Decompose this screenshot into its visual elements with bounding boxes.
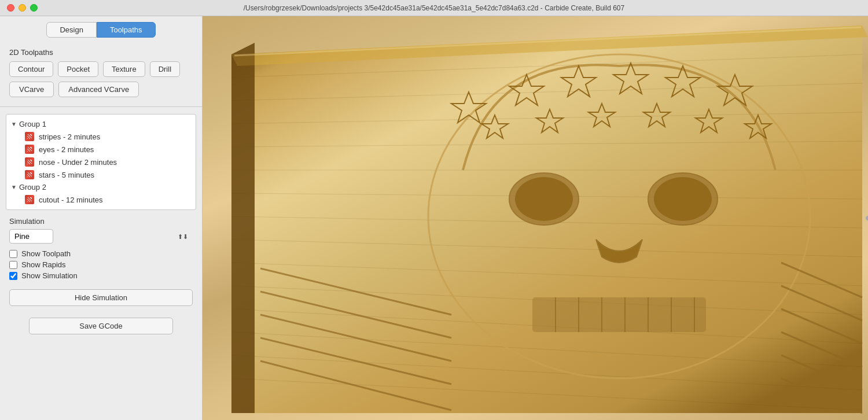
vcarve-button[interactable]: VCarve [9, 82, 54, 97]
group-2-label: Group 2 [19, 183, 46, 191]
advanced-vcarve-button[interactable]: Advanced VCarve [58, 82, 139, 97]
show-toolpath-checkbox[interactable] [9, 250, 17, 258]
svg-marker-53 [231, 43, 255, 413]
groups-tree: ▼ Group 1 stripes - 2 minutes eyes - 2 m… [6, 114, 196, 210]
svg-point-21 [654, 177, 712, 221]
cutout-icon [25, 195, 34, 204]
eyes-label: eyes - 2 minutes [39, 145, 94, 154]
show-toolpath-row: Show Toolpath [9, 248, 193, 259]
show-rapids-label[interactable]: Show Rapids [21, 260, 66, 269]
material-select[interactable]: Pine Oak Walnut MDF Aluminum [9, 229, 53, 244]
show-simulation-checkbox[interactable] [9, 272, 17, 280]
material-select-row: Pine Oak Walnut MDF Aluminum ⬆⬇ [9, 229, 193, 244]
svg-rect-22 [532, 297, 706, 332]
maximize-button[interactable] [30, 4, 38, 12]
canvas-area [203, 16, 868, 420]
group-1-item-stars[interactable]: stars - 5 minutes [6, 168, 196, 181]
show-simulation-row: Show Simulation [9, 270, 193, 281]
group-1-item-nose[interactable]: nose - Under 2 minutes [6, 156, 196, 168]
hide-simulation-button[interactable]: Hide Simulation [9, 289, 193, 306]
group-1-header[interactable]: ▼ Group 1 [6, 118, 196, 130]
group-1-label: Group 1 [19, 120, 46, 128]
nose-icon [25, 157, 34, 167]
tab-design[interactable]: Design [46, 22, 96, 38]
group-2-header[interactable]: ▼ Group 2 [6, 181, 196, 193]
toolpath-buttons-row1: Contour Pocket Texture Drill [0, 59, 202, 79]
stars-label: stars - 5 minutes [39, 171, 94, 179]
show-rapids-row: Show Rapids [9, 259, 193, 270]
stars-icon [25, 170, 34, 179]
resize-handle[interactable] [866, 216, 868, 220]
simulation-label: Simulation [9, 217, 193, 226]
simulation-section: Simulation Pine Oak Walnut MDF Aluminum … [0, 212, 202, 283]
pocket-button[interactable]: Pocket [58, 61, 98, 77]
show-rapids-checkbox[interactable] [9, 261, 17, 269]
cutout-label: cutout - 12 minutes [39, 196, 103, 204]
sidebar: Design Toolpaths 2D Toolpaths Contour Po… [0, 16, 203, 420]
drill-button[interactable]: Drill [150, 61, 180, 77]
close-button[interactable] [7, 4, 14, 12]
show-toolpath-label[interactable]: Show Toolpath [21, 249, 71, 258]
tab-bar: Design Toolpaths [0, 16, 202, 43]
select-arrow-icon: ⬆⬇ [178, 233, 188, 240]
eyes-icon [25, 145, 34, 154]
tab-toolpaths[interactable]: Toolpaths [97, 22, 156, 38]
2d-toolpaths-label: 2D Toolpaths [0, 43, 202, 59]
stripes-label: stripes - 2 minutes [39, 132, 100, 141]
contour-button[interactable]: Contour [9, 61, 53, 77]
texture-button[interactable]: Texture [103, 61, 145, 77]
minimize-button[interactable] [19, 4, 26, 12]
material-select-wrapper: Pine Oak Walnut MDF Aluminum ⬆⬇ [9, 229, 193, 244]
toolpath-buttons-row2: VCarve Advanced VCarve [0, 79, 202, 102]
show-simulation-label[interactable]: Show Simulation [21, 271, 78, 280]
window-controls [7, 4, 38, 12]
group-1-triangle: ▼ [11, 121, 17, 127]
svg-point-19 [515, 177, 573, 221]
group-2-item-cutout[interactable]: cutout - 12 minutes [6, 193, 196, 206]
wood-carving-svg [203, 16, 868, 420]
main-layout: Design Toolpaths 2D Toolpaths Contour Po… [0, 16, 868, 420]
divider-1 [0, 106, 202, 107]
group-1-item-stripes[interactable]: stripes - 2 minutes [6, 130, 196, 143]
stripes-icon [25, 132, 34, 141]
titlebar: /Users/robgrzesek/Downloads/projects 3/5… [0, 0, 868, 16]
nose-label: nose - Under 2 minutes [39, 158, 117, 167]
wood-canvas [203, 16, 868, 420]
save-gcode-button[interactable]: Save GCode [29, 318, 173, 334]
group-2-triangle: ▼ [11, 184, 17, 190]
window-title: /Users/robgrzesek/Downloads/projects 3/5… [244, 4, 624, 12]
group-1-item-eyes[interactable]: eyes - 2 minutes [6, 143, 196, 156]
